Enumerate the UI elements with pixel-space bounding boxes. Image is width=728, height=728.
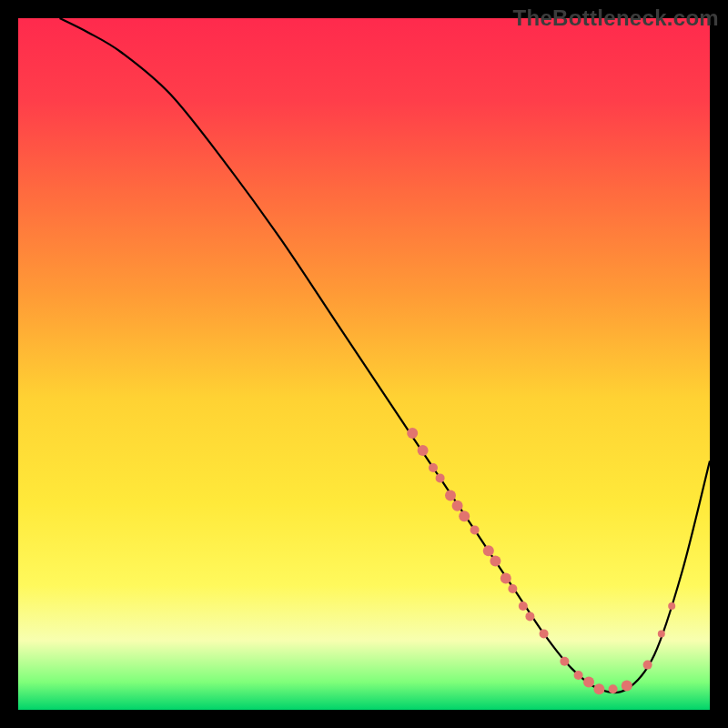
curve-marker (490, 556, 500, 567)
curve-marker (593, 683, 604, 694)
chart-svg (18, 18, 710, 710)
curve-marker (583, 677, 594, 688)
curve-marker (519, 602, 528, 611)
curve-marker (668, 602, 675, 610)
curve-marker (508, 584, 517, 593)
curve-marker (483, 545, 494, 556)
curve-marker (500, 573, 511, 584)
curve-marker (658, 630, 665, 637)
curve-marker (525, 612, 534, 621)
curve-marker (459, 511, 470, 521)
curve-marker (429, 463, 438, 472)
curve-marker (574, 671, 583, 680)
curve-marker (609, 684, 618, 693)
plot-area (18, 18, 710, 710)
curve-marker (445, 490, 456, 500)
curve-marker (560, 657, 569, 666)
curve-marker (540, 629, 549, 638)
curve-marker (436, 473, 445, 482)
watermark-text: TheBottleneck.com (513, 5, 719, 31)
curve-marker (622, 680, 632, 691)
chart-frame: TheBottleneck.com (0, 0, 728, 728)
curve-marker (418, 445, 429, 456)
curve-marker (470, 525, 480, 534)
curve-marker (643, 661, 652, 670)
curve-marker (407, 428, 418, 439)
curve-marker (452, 500, 463, 511)
